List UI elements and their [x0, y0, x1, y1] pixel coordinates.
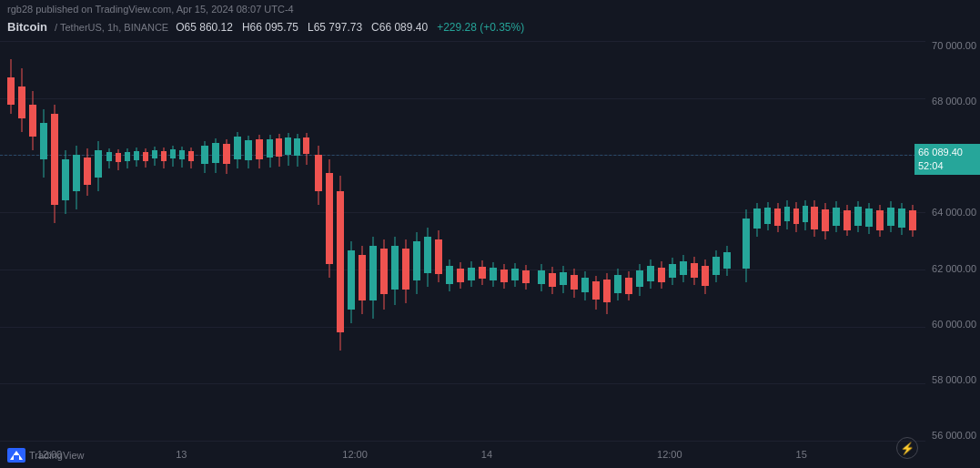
svg-rect-165	[887, 208, 894, 226]
svg-rect-137	[743, 219, 750, 269]
current-price-value: 66 089.40	[918, 146, 976, 159]
candlestick-chart	[0, 41, 925, 441]
svg-rect-21	[116, 153, 121, 162]
price-label-68k: 68 000.00	[929, 97, 976, 107]
svg-rect-113	[603, 280, 611, 302]
svg-rect-151	[811, 207, 818, 229]
current-price-time: 52:04	[918, 159, 976, 173]
svg-rect-163	[876, 210, 884, 230]
svg-rect-97	[511, 269, 519, 280]
svg-rect-171	[14, 455, 19, 460]
svg-rect-89	[468, 268, 475, 280]
svg-rect-111	[592, 281, 600, 300]
svg-rect-3	[18, 86, 25, 118]
svg-rect-129	[691, 263, 698, 278]
svg-rect-1	[7, 77, 15, 105]
svg-rect-33	[170, 149, 176, 158]
svg-rect-147	[793, 209, 799, 224]
svg-rect-123	[658, 268, 665, 282]
time-label-13: 13	[176, 449, 187, 460]
price-label-58k: 58 000.00	[929, 375, 976, 385]
svg-rect-49	[256, 139, 263, 159]
svg-rect-85	[446, 266, 453, 284]
svg-rect-115	[614, 275, 621, 293]
svg-rect-127	[680, 261, 687, 275]
price-axis: 70 000.00 68 000.00 66 000.00 64 000.00 …	[925, 41, 980, 441]
svg-rect-77	[402, 249, 409, 290]
svg-rect-159	[854, 207, 862, 226]
svg-rect-55	[285, 137, 291, 155]
time-label-15: 15	[796, 449, 807, 460]
svg-rect-13	[73, 155, 80, 191]
svg-rect-81	[424, 237, 431, 273]
ohlc-high: H66 095.75	[242, 21, 298, 34]
svg-rect-119	[636, 270, 643, 287]
svg-rect-61	[315, 155, 322, 191]
price-label-56k: 56 000.00	[929, 431, 976, 441]
svg-rect-95	[500, 270, 508, 282]
svg-rect-71	[369, 246, 377, 300]
tradingview-label: TradingView	[29, 450, 85, 461]
svg-rect-5	[29, 105, 36, 137]
svg-rect-67	[348, 250, 355, 310]
svg-rect-47	[245, 140, 252, 160]
svg-rect-169	[909, 210, 916, 230]
symbol-details: / TetherUS, 1h, BINANCE	[55, 22, 168, 33]
published-bar: rgb28 published on TradingView.com, Apr …	[0, 0, 980, 18]
current-price-tag: 66 089.40 52:04	[914, 144, 980, 176]
svg-rect-45	[234, 137, 241, 159]
svg-rect-63	[326, 173, 333, 264]
chart-container: rgb28 published on TradingView.com, Apr …	[0, 0, 980, 468]
svg-rect-19	[106, 152, 112, 161]
published-text: rgb28 published on TradingView.com, Apr …	[7, 4, 294, 15]
svg-rect-79	[413, 241, 420, 280]
svg-rect-131	[702, 266, 709, 286]
symbol-name: Bitcoin	[7, 20, 47, 34]
svg-rect-11	[62, 159, 69, 200]
svg-rect-31	[161, 151, 167, 161]
svg-rect-65	[337, 191, 344, 332]
svg-rect-41	[212, 143, 219, 163]
svg-rect-15	[84, 158, 91, 185]
symbol-info-bar: Bitcoin / TetherUS, 1h, BINANCE O65 860.…	[7, 20, 524, 34]
svg-rect-149	[803, 206, 808, 222]
svg-rect-69	[359, 255, 366, 300]
svg-rect-9	[51, 114, 58, 205]
svg-rect-161	[865, 209, 873, 227]
svg-rect-37	[188, 151, 194, 161]
svg-rect-23	[125, 152, 130, 161]
svg-rect-51	[267, 139, 273, 158]
time-label-12-2: 12:00	[342, 449, 368, 460]
ohlc-change: +229.28 (+0.35%)	[437, 21, 524, 34]
tradingview-icon	[7, 448, 25, 463]
svg-rect-7	[40, 123, 47, 159]
svg-rect-145	[784, 207, 790, 221]
svg-rect-57	[294, 138, 300, 156]
price-label-64k: 64 000.00	[929, 208, 976, 218]
svg-rect-25	[134, 151, 139, 160]
svg-rect-101	[538, 270, 545, 284]
ohlc-close: C66 089.40	[371, 21, 428, 34]
svg-rect-105	[560, 272, 567, 285]
chart-area[interactable]	[0, 41, 925, 441]
svg-rect-117	[625, 278, 632, 294]
time-label-14: 14	[481, 449, 492, 460]
lightning-icon[interactable]: ⚡	[896, 437, 918, 459]
svg-rect-167	[898, 209, 905, 228]
price-label-70k: 70 000.00	[929, 41, 976, 51]
ohlc-low: L65 797.73	[308, 21, 362, 34]
svg-rect-141	[764, 208, 771, 224]
svg-rect-143	[774, 209, 781, 226]
ohlc-open: O65 860.12	[176, 21, 233, 34]
svg-rect-157	[844, 210, 851, 230]
svg-rect-73	[380, 249, 388, 294]
svg-rect-35	[179, 150, 185, 159]
svg-rect-83	[435, 239, 442, 274]
svg-rect-53	[276, 138, 282, 157]
time-label-12-3: 12:00	[657, 449, 682, 460]
svg-rect-39	[201, 146, 208, 164]
price-label-62k: 62 000.00	[929, 264, 976, 274]
svg-rect-125	[669, 264, 676, 278]
svg-rect-153	[822, 209, 829, 231]
svg-rect-91	[479, 267, 486, 279]
